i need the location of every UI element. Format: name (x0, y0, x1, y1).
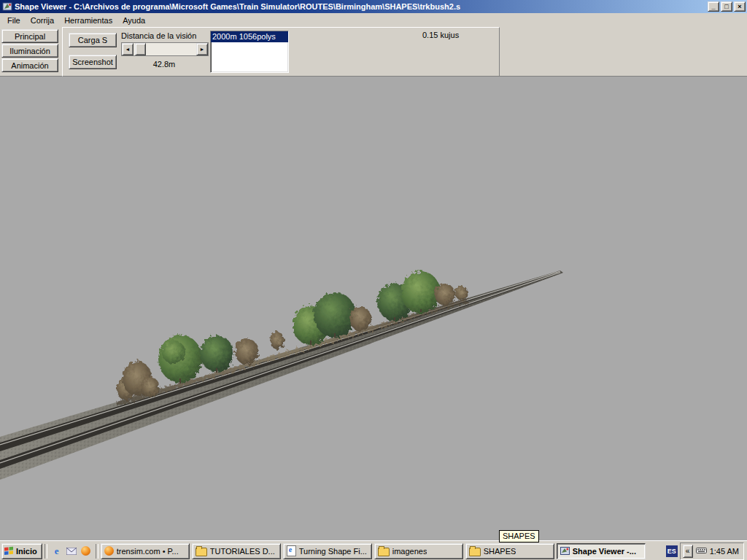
view-distance-scrollbar[interactable]: ◄ ► (121, 42, 209, 56)
menu-herramientas[interactable]: Herramientas (59, 15, 117, 26)
folder-icon (196, 548, 207, 556)
taskbar-divider (44, 544, 47, 559)
view-button-column: Principal Iluminación Animación (1, 29, 58, 72)
toolbar: Principal Iluminación Animación Carga S … (0, 27, 747, 77)
taskbar-clock[interactable]: 1:45 AM (710, 547, 739, 556)
ie-document-icon (287, 545, 296, 556)
start-label: Inicio (16, 547, 37, 556)
shape-viewer-icon (560, 546, 570, 556)
principal-button[interactable]: Principal (1, 29, 58, 43)
menu-corrija[interactable]: Corrija (26, 15, 59, 26)
menubar: File Corrija Herramientas Ayuda (0, 13, 747, 27)
firefox-icon (104, 546, 114, 556)
task-imagenes[interactable]: imagenes (374, 543, 463, 559)
lod-item-selected[interactable]: 2000m 1056polys (211, 31, 288, 42)
titlebar: Shape Viewer - C:\Archivos de programa\M… (0, 0, 747, 13)
taskbar-divider2 (96, 544, 98, 559)
menu-file[interactable]: File (2, 15, 26, 26)
close-button[interactable]: × (734, 1, 746, 12)
start-button[interactable]: Inicio (1, 543, 42, 559)
restore-button[interactable]: □ (721, 1, 732, 12)
carga-s-button[interactable]: Carga S (69, 33, 117, 47)
folder-icon (469, 548, 481, 556)
kujus-status: 0.15 kujus (422, 31, 459, 39)
scrollbar-thumb[interactable] (135, 43, 146, 55)
menu-ayuda[interactable]: Ayuda (117, 15, 150, 26)
windows-logo-icon (4, 546, 14, 556)
view-distance-value: 42.8m (121, 60, 207, 69)
view-distance-label: Distancia de la visión (121, 31, 196, 40)
scroll-left-button[interactable]: ◄ (122, 43, 133, 55)
viewport-render (0, 77, 747, 540)
system-tray: ES « 1:45 AM (666, 542, 746, 560)
shape-viewer-window: Shape Viewer - C:\Archivos de programa\M… (0, 0, 747, 560)
tool-panel: Carga S Screenshot Distancia de la visió… (62, 27, 500, 77)
app-icon (2, 1, 12, 12)
tray-collapse-button[interactable]: « (683, 545, 693, 558)
quick-launch: e (50, 545, 93, 557)
task-tutoriales[interactable]: TUTORIALES D... (192, 543, 281, 559)
scrollbar-track[interactable] (133, 43, 196, 55)
tray-well: « 1:45 AM (680, 542, 744, 560)
scroll-right-button[interactable]: ► (196, 43, 208, 55)
firefox-quicklaunch-icon[interactable] (80, 545, 92, 557)
task-shape-viewer[interactable]: Shape Viewer -... (557, 543, 646, 559)
folder-icon (378, 548, 390, 556)
task-buttons: trensim.com • P... TUTORIALES D... Turni… (101, 543, 664, 559)
taskbar: Inicio e trensim.com • P... TUTORIALES D… (0, 540, 747, 560)
animacion-button[interactable]: Animación (1, 58, 58, 72)
screenshot-button[interactable]: Screenshot (69, 55, 117, 69)
viewport-3d[interactable] (0, 77, 747, 540)
minimize-button[interactable]: _ (708, 1, 719, 12)
task-trensim[interactable]: trensim.com • P... (101, 543, 190, 559)
window-title: Shape Viewer - C:\Archivos de programa\M… (15, 2, 705, 11)
shapes-tooltip: SHAPES (499, 530, 539, 542)
keyboard-icon[interactable] (696, 547, 707, 556)
lod-listbox[interactable]: 2000m 1056polys (210, 31, 289, 73)
internet-explorer-icon[interactable]: e (51, 545, 63, 557)
task-turning-shape[interactable]: Turning Shape Fi... (283, 543, 372, 559)
task-shapes[interactable]: SHAPES (465, 543, 554, 559)
iluminacion-button[interactable]: Iluminación (1, 44, 58, 58)
language-indicator[interactable]: ES (666, 545, 678, 557)
mail-icon[interactable] (66, 545, 77, 557)
